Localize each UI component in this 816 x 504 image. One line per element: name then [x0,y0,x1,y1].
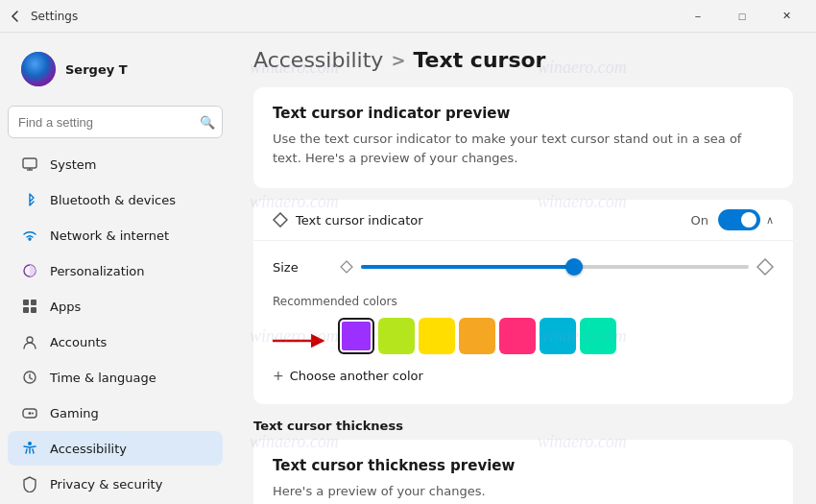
color-swatch-lime[interactable] [378,318,415,354]
sidebar-item-system-label: System [50,157,96,172]
red-arrow [273,329,330,352]
color-swatch-yellow[interactable] [419,318,455,354]
sidebar-item-gaming-label: Gaming [50,406,99,420]
arrow-container [273,329,330,352]
svg-rect-5 [31,300,36,305]
colors-with-arrow [273,318,774,364]
thickness-preview-card: Text cursor thickness preview Here's a p… [253,440,793,504]
colors-label: Recommended colors [273,295,774,308]
search-icon: 🔍 [200,115,215,130]
search-input[interactable] [8,106,223,138]
breadcrumb: Accessibility > Text cursor [253,48,793,72]
titlebar: Settings − □ ✕ [0,0,816,33]
apps-icon [21,298,38,315]
personalization-icon [21,262,38,279]
colors-section: Recommended colors [273,283,774,391]
sidebar-item-bluetooth-label: Bluetooth & devices [50,193,176,207]
thickness-preview-title: Text cursor thickness preview [273,457,774,474]
sidebar-nav: System Bluetooth & devices Network & int… [0,146,230,504]
sidebar-item-time-label: Time & language [50,371,156,385]
svg-rect-4 [23,300,29,305]
thickness-heading: Text cursor thickness [253,404,793,440]
sidebar-item-time[interactable]: Time & language [8,360,223,395]
back-icon[interactable] [8,9,23,24]
size-label: Size [273,260,330,275]
user-profile[interactable]: Sergey T [8,40,223,98]
color-swatch-cyan[interactable] [540,318,576,354]
accessibility-icon [21,440,38,457]
privacy-icon [21,475,38,492]
system-icon [21,156,38,173]
sidebar-item-privacy[interactable]: Privacy & security [8,467,223,501]
size-slider[interactable] [361,265,749,269]
avatar [21,52,56,86]
slider-thumb[interactable] [565,258,583,276]
sidebar: Sergey T 🔍 System Bluetooth & devices [0,33,230,504]
titlebar-title: Settings [31,10,78,23]
gaming-icon [21,404,38,421]
main-content: Accessibility > Text cursor Text cursor … [230,33,816,504]
sidebar-item-network-label: Network & internet [50,228,169,243]
user-name: Sergey T [65,62,128,77]
color-swatch-green[interactable] [580,318,616,354]
time-icon [21,369,38,386]
slider-small-icon [340,260,353,274]
preview-card-title: Text cursor indicator preview [273,105,774,122]
preview-card-description: Use the text cursor indicator to make yo… [273,130,774,167]
cursor-indicator-row[interactable]: Text cursor indicator On ∧ [253,200,793,241]
svg-point-8 [27,337,33,343]
sidebar-item-accessibility-label: Accessibility [50,442,127,456]
network-icon [21,227,38,244]
slider-large-icon [756,258,774,276]
cursor-diamond-icon [273,212,288,228]
minimize-button[interactable]: − [676,0,720,33]
color-swatch-orange[interactable] [459,318,495,354]
sidebar-item-accounts[interactable]: Accounts [8,324,223,359]
sidebar-item-apps-label: Apps [50,300,81,314]
sidebar-item-bluetooth[interactable]: Bluetooth & devices [8,182,223,217]
titlebar-controls: − □ ✕ [676,0,808,33]
color-swatch-purple[interactable] [338,318,374,354]
color-swatch-pink[interactable] [499,318,536,354]
sidebar-item-privacy-label: Privacy & security [50,477,162,492]
preview-card: Text cursor indicator preview Use the te… [253,87,793,188]
accounts-icon [21,333,38,350]
expanded-section: Size Recommended colors [253,241,793,404]
choose-color-button[interactable]: + Choose another color [273,364,774,387]
thickness-preview-description: Here's a preview of your changes. [273,482,774,501]
sidebar-item-network[interactable]: Network & internet [8,218,223,252]
slider-fill [361,265,574,269]
svg-rect-6 [23,307,29,313]
svg-rect-7 [31,307,36,313]
sidebar-item-system[interactable]: System [8,147,223,181]
svg-point-13 [32,413,34,415]
sidebar-item-accounts-label: Accounts [50,335,107,349]
sidebar-item-accessibility[interactable]: Accessibility [8,431,223,466]
svg-rect-0 [23,158,36,168]
avatar-image [21,52,56,86]
breadcrumb-parent: Accessibility [253,48,383,72]
thickness-section-heading: Text cursor thickness [253,419,403,433]
close-button[interactable]: ✕ [764,0,808,33]
slider-container [340,258,774,276]
colors-row [338,318,616,354]
cursor-indicator-label: Text cursor indicator [273,212,690,228]
svg-point-14 [28,442,32,445]
app-container: Sergey T 🔍 System Bluetooth & devices [0,33,816,504]
titlebar-left: Settings [8,9,78,24]
sidebar-item-personalization[interactable]: Personalization [8,253,223,288]
bluetooth-icon [21,191,38,208]
cursor-indicator-chevron[interactable]: ∧ [766,214,774,227]
breadcrumb-current: Text cursor [413,48,545,72]
toggle-thumb [741,212,756,228]
maximize-button[interactable]: □ [720,0,764,33]
sidebar-item-gaming[interactable]: Gaming [8,396,223,430]
search-container: 🔍 [8,106,223,138]
cursor-indicator-status: On [690,213,708,228]
size-row: Size [273,251,774,283]
sidebar-item-apps[interactable]: Apps [8,289,223,324]
sidebar-item-personalization-label: Personalization [50,264,145,278]
breadcrumb-separator: > [391,50,405,70]
plus-icon: + [273,368,284,383]
cursor-indicator-toggle[interactable] [718,209,760,230]
